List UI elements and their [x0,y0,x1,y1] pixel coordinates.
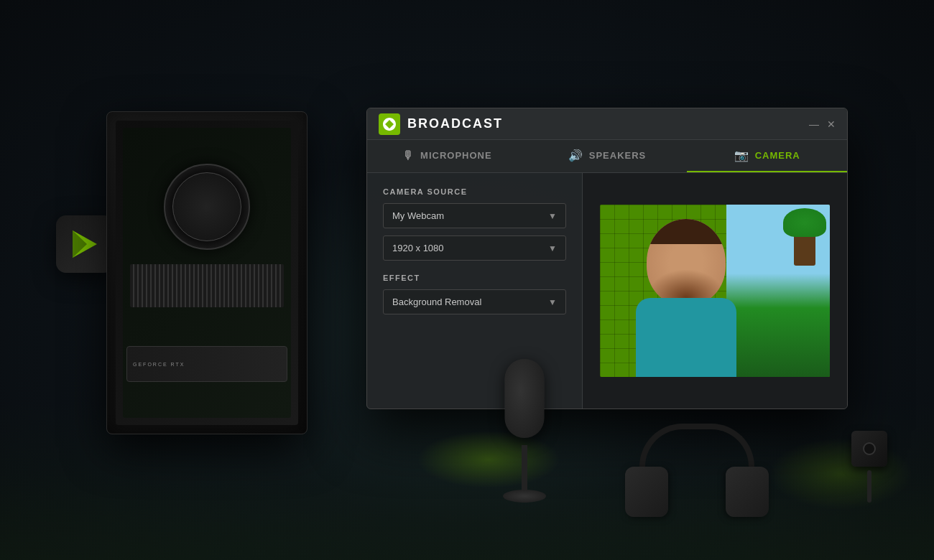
camera-source-dropdown[interactable]: My Webcam ▼ [383,203,566,228]
right-panel [583,173,847,409]
pc-tower: GEFORCE RTX [106,111,308,434]
person-hair [647,219,726,244]
small-webcam-prop [844,431,894,503]
content-area: CAMERA SOURCE My Webcam ▼ 1920 x 1080 ▼ … [367,173,847,409]
camera-source-value: My Webcam [392,210,444,221]
camera-tab-label: CAMERA [755,150,800,161]
resolution-value: 1920 x 1080 [392,243,444,253]
webcam-body [851,431,887,467]
microphone-tab-icon: 🎙 [402,149,415,162]
effect-dropdown[interactable]: Background Removal ▼ [383,289,566,314]
resolution-dropdown[interactable]: 1920 x 1080 ▼ [383,235,566,261]
pc-gpu: GEFORCE RTX [126,346,287,382]
effect-arrow: ▼ [548,297,557,307]
close-button[interactable]: ✕ [827,120,836,129]
effect-label: EFFECT [383,274,566,282]
app-window: BROADCAST — ✕ 🎙 MICROPHONE 🔊 SPEAKERS 📷 … [366,108,848,409]
mic-base [503,490,546,503]
app-title: BROADCAST [407,116,503,131]
tab-speakers[interactable]: 🔊 SPEAKERS [527,140,688,172]
person-face [621,212,751,377]
camera-source-label: CAMERA SOURCE [383,187,566,196]
mic-body [505,359,545,438]
microphone-tab-label: MICROPHONE [420,150,492,161]
headphone-cup-right [726,467,769,517]
tab-camera[interactable]: 📷 CAMERA [687,140,847,172]
nvidia-floating-icon [56,215,114,273]
webcam-lens [863,442,876,455]
effect-section: EFFECT Background Removal ▼ [383,274,566,314]
pc-heatsink [130,264,284,307]
tab-microphone[interactable]: 🎙 MICROPHONE [367,140,527,172]
title-bar-logo: BROADCAST [379,113,503,135]
headphones-prop [625,424,769,517]
person-body [636,298,736,377]
effect-value: Background Removal [392,297,481,307]
resolution-arrow: ▼ [548,243,557,253]
nvidia-badge [379,113,400,135]
person-head [647,219,726,305]
title-bar: BROADCAST — ✕ [367,108,847,140]
speakers-tab-label: SPEAKERS [589,150,647,161]
camera-tab-icon: 📷 [734,149,749,162]
headphone-band [639,424,754,467]
nav-tabs: 🎙 MICROPHONE 🔊 SPEAKERS 📷 CAMERA [367,140,847,173]
camera-preview [600,205,830,377]
title-bar-controls: — ✕ [810,120,836,129]
camera-source-arrow: ▼ [548,211,557,221]
webcam-stand [867,470,871,503]
headphone-cup-left [625,467,668,517]
pc-fan [164,164,250,250]
minimize-button[interactable]: — [810,120,818,129]
speakers-tab-icon: 🔊 [568,149,583,162]
microphone-prop [489,359,560,503]
